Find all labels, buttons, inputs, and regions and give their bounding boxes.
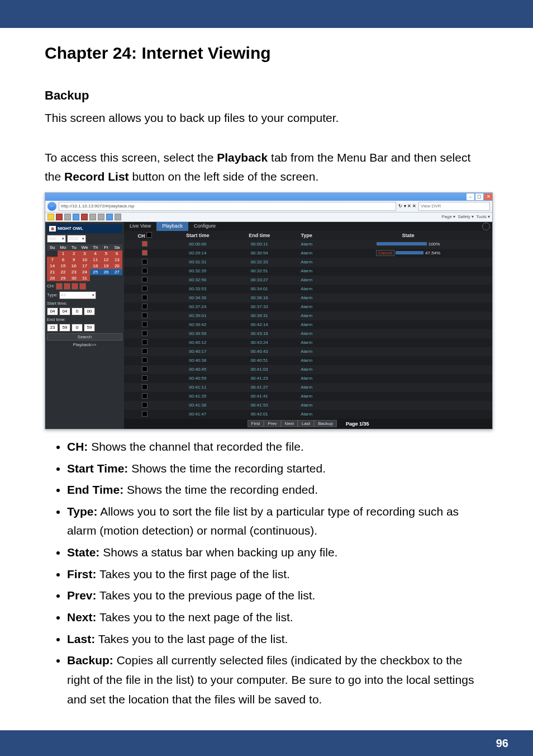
calendar-day[interactable]: 10	[79, 257, 90, 263]
table-row[interactable]: 00:29:1400:30:54AlarmCancel 47.54%	[124, 249, 492, 258]
table-header[interactable]: State	[324, 231, 492, 240]
pager-first-button[interactable]: First	[248, 420, 264, 427]
calendar-day[interactable]: 9	[69, 257, 79, 263]
window-close-icon[interactable]: ✕	[484, 193, 492, 200]
calendar-day[interactable]: 29	[58, 275, 68, 281]
table-row[interactable]: 00:41:3500:41:41Alarm	[124, 392, 492, 401]
table-row[interactable]: 00:40:5900:41:23Alarm	[124, 374, 492, 383]
fav-icon-5[interactable]	[89, 214, 96, 220]
menu-safety[interactable]: Safety	[458, 214, 474, 219]
row-checkbox[interactable]	[142, 313, 147, 318]
fav-icon-3[interactable]	[73, 214, 79, 220]
row-checkbox[interactable]	[142, 357, 147, 363]
table-row[interactable]: 00:31:3100:32:33Alarm	[124, 258, 492, 267]
fav-icon-2[interactable]	[64, 214, 71, 220]
calendar-day[interactable]: 21	[47, 269, 58, 275]
ch-box-2[interactable]	[64, 283, 70, 290]
fav-icon-8[interactable]	[115, 214, 121, 220]
table-header[interactable]: Type	[289, 231, 324, 240]
fav-icon-4[interactable]	[81, 214, 88, 220]
end-ss2[interactable]	[84, 324, 95, 332]
search-button[interactable]: Search	[47, 333, 122, 341]
row-checkbox[interactable]	[142, 295, 147, 300]
table-row[interactable]: 00:40:4500:41:03Alarm	[124, 365, 492, 374]
calendar-day[interactable]: 2	[69, 251, 79, 257]
table-row[interactable]: 00:32:5600:33:27Alarm	[124, 276, 492, 285]
table-header[interactable]: CH	[124, 231, 165, 240]
row-checkbox[interactable]	[142, 277, 147, 282]
fav-icon-7[interactable]	[106, 214, 113, 220]
calendar-day[interactable]: 5	[101, 251, 111, 257]
calendar-day[interactable]	[101, 275, 111, 281]
table-row[interactable]: 00:34:3600:36:18Alarm	[124, 294, 492, 303]
calendar-day[interactable]: 3	[79, 251, 90, 257]
fav-star-icon[interactable]	[47, 214, 54, 220]
table-row[interactable]: 00:40:1700:40:43Alarm	[124, 347, 492, 356]
calendar-day[interactable]: 18	[90, 263, 101, 269]
cancel-button[interactable]: Cancel	[376, 250, 394, 256]
table-row[interactable]: 00:40:1200:43:24Alarm	[124, 338, 492, 347]
row-checkbox[interactable]	[142, 348, 147, 354]
browser-search-field[interactable]: View DVR	[418, 202, 490, 211]
row-checkbox[interactable]	[142, 393, 147, 399]
calendar-day[interactable]: 1	[58, 251, 68, 257]
pager-last-button[interactable]: Last	[298, 420, 314, 427]
table-row[interactable]: 00:40:3800:40:51Alarm	[124, 356, 492, 365]
calendar-day[interactable]: 27	[112, 269, 122, 275]
playback-link[interactable]: Playback>>	[47, 342, 122, 347]
browser-reload-group[interactable]: ↻ ▾ ✕ ✕	[398, 204, 416, 209]
calendar-day[interactable]: 23	[69, 269, 79, 275]
calendar-day[interactable]: 8	[58, 257, 68, 263]
pager-next-button[interactable]: Next	[281, 420, 298, 427]
fav-icon-6[interactable]	[98, 214, 104, 220]
row-checkbox[interactable]	[142, 339, 147, 345]
pager-prev-button[interactable]: Prev	[264, 420, 280, 427]
calendar-day[interactable]: 14	[47, 263, 58, 269]
calendar-day[interactable]: 7	[47, 257, 58, 263]
end-time-row[interactable]	[47, 324, 122, 332]
fav-icon-1[interactable]	[56, 214, 63, 220]
calendar-day[interactable]: 20	[112, 263, 122, 269]
table-row[interactable]: 00:00:0000:00:11Alarm100%	[124, 240, 492, 249]
calendar-day[interactable]	[47, 251, 58, 257]
table-row[interactable]: 00:41:4700:42:01Alarm	[124, 410, 492, 419]
row-checkbox[interactable]	[142, 322, 147, 327]
start-ss1[interactable]	[72, 308, 83, 315]
calendar-day[interactable]: 16	[69, 263, 79, 269]
calendar[interactable]: SuMoTuWeThFrSa 1234567891011121314151617…	[47, 244, 122, 281]
end-ss1[interactable]	[72, 324, 83, 332]
menu-page[interactable]: Page	[441, 214, 455, 219]
table-header[interactable]: End time	[230, 231, 289, 240]
year-select[interactable]: 2012▾	[67, 235, 86, 243]
menu-tools[interactable]: Tools	[476, 214, 490, 219]
tab-configure[interactable]: Configure	[188, 222, 221, 231]
ch-box-1[interactable]	[56, 283, 63, 290]
row-checkbox[interactable]	[142, 286, 147, 291]
calendar-day[interactable]: 19	[101, 263, 111, 269]
end-hh[interactable]	[47, 324, 58, 332]
select-all-checkbox[interactable]	[146, 232, 152, 238]
calendar-day[interactable]: 31	[79, 275, 90, 281]
row-checkbox[interactable]	[142, 384, 147, 390]
row-checkbox[interactable]	[142, 304, 147, 309]
calendar-day[interactable]: 30	[69, 275, 79, 281]
calendar-day[interactable]: 11	[90, 257, 101, 263]
table-row[interactable]: 00:39:4200:42:14Alarm	[124, 320, 492, 329]
row-checkbox[interactable]	[142, 241, 147, 247]
row-checkbox[interactable]	[142, 411, 147, 417]
start-ss2[interactable]	[84, 308, 95, 315]
type-select[interactable]: All▾	[59, 291, 96, 299]
table-row[interactable]: 00:32:3500:32:51Alarm	[124, 267, 492, 276]
window-max-icon[interactable]: ▢	[475, 193, 483, 200]
calendar-day[interactable]: 17	[79, 263, 90, 269]
tab-liveview[interactable]: Live View	[124, 222, 156, 231]
row-checkbox[interactable]	[142, 268, 147, 273]
calendar-day[interactable]: 12	[101, 257, 111, 263]
ch-box-3[interactable]	[72, 283, 78, 290]
table-row[interactable]: 00:41:3800:41:53Alarm	[124, 401, 492, 410]
calendar-day[interactable]: 22	[58, 269, 68, 275]
start-time-row[interactable]	[47, 308, 122, 315]
start-hh[interactable]	[47, 308, 58, 315]
calendar-day[interactable]	[90, 275, 101, 281]
browser-url-field[interactable]: http://10.1.10.13:9072/#/playback.rsp	[59, 202, 396, 211]
